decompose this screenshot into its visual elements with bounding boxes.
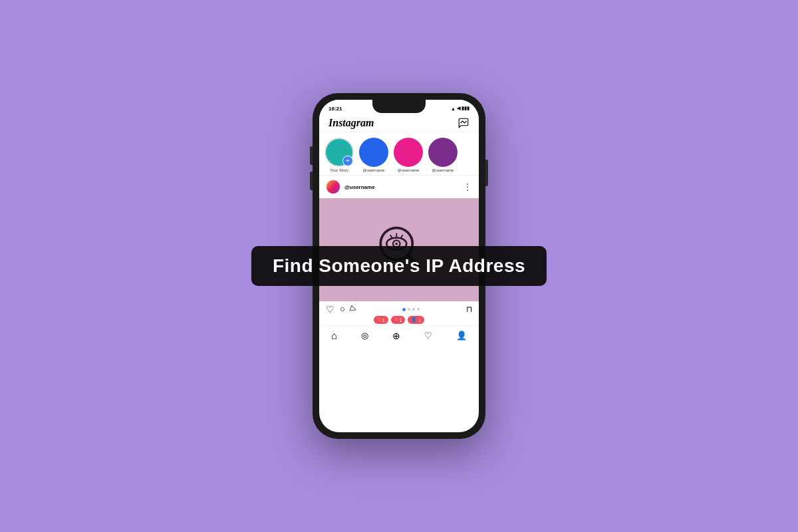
story-circle-user3 xyxy=(428,138,458,167)
status-bar: 18:21 ▲ ◀ ▮▮▮ xyxy=(319,100,479,114)
save-button[interactable]: ⊓ xyxy=(466,305,472,314)
notif-badge-comment: ♡ 1 xyxy=(374,316,388,324)
post-actions-container: ♡ ○ ▷ ⊓ xyxy=(319,301,479,315)
dot-active xyxy=(402,308,406,311)
notif-badge-like: ♡ 1 xyxy=(391,316,406,324)
dot-3 xyxy=(417,308,420,311)
story-label-user1: @username xyxy=(363,168,385,172)
notif-comment-count: 1 xyxy=(382,318,385,323)
notif-follow-count: 1 xyxy=(418,318,421,323)
notif-like-count: 1 xyxy=(400,318,402,323)
nav-home-icon[interactable]: ⌂ xyxy=(331,330,337,341)
stories-row: Your Story @username @username @username xyxy=(319,132,479,176)
notif-badge-follow: 👤 1 xyxy=(408,316,424,324)
post-options-button[interactable]: ⋮ xyxy=(463,182,472,192)
nav-profile-icon[interactable]: 👤 xyxy=(456,331,467,340)
title-banner: Find Someone's IP Address xyxy=(251,246,547,286)
post-avatar xyxy=(326,180,340,194)
volume-up-button xyxy=(310,146,313,165)
story-circle-user2 xyxy=(394,138,423,167)
story-circle-user1 xyxy=(359,138,388,167)
post-username: @username xyxy=(344,184,375,190)
notif-follow-icon: 👤 xyxy=(411,317,417,323)
nav-reels-icon[interactable]: ♡ xyxy=(424,331,432,340)
story-your[interactable]: Your Story xyxy=(325,138,354,172)
dot-1 xyxy=(408,308,410,311)
bottom-nav: ⌂ ◎ ⊕ ♡ 👤 xyxy=(319,325,479,345)
post-actions-row: ♡ ○ ▷ ⊓ xyxy=(326,304,472,315)
instagram-logo: Instagram xyxy=(329,117,374,129)
scene: 18:21 ▲ ◀ ▮▮▮ Instagram xyxy=(313,93,485,439)
signal-icon: ▲ xyxy=(451,106,456,111)
comment-button[interactable]: ○ xyxy=(340,304,345,315)
svg-line-7 xyxy=(401,235,402,237)
wifi-icon: ◀ xyxy=(457,106,460,111)
your-story-circle xyxy=(325,138,354,167)
nav-search-icon[interactable]: ◎ xyxy=(361,331,368,340)
power-button xyxy=(485,160,488,186)
story-user1[interactable]: @username xyxy=(359,138,388,172)
title-text: Find Someone's IP Address xyxy=(273,255,525,276)
volume-down-button xyxy=(310,172,313,190)
story-user2[interactable]: @username xyxy=(394,138,423,172)
notification-row: ♡ 1 ♡ 1 👤 1 xyxy=(319,315,479,325)
svg-line-6 xyxy=(390,235,392,237)
instagram-header: Instagram xyxy=(319,114,479,132)
post-actions-left: ♡ ○ ▷ xyxy=(326,304,356,315)
share-button[interactable]: ▷ xyxy=(348,303,358,315)
battery-icon: ▮▮▮ xyxy=(462,106,469,111)
post-header: @username ⋮ xyxy=(319,176,479,198)
notif-comment-icon: ♡ xyxy=(377,317,381,323)
dot-2 xyxy=(412,308,415,311)
post-dots-row xyxy=(402,308,420,311)
nav-add-icon[interactable]: ⊕ xyxy=(392,331,400,341)
messenger-icon[interactable] xyxy=(458,117,469,129)
story-label-user2: @username xyxy=(398,168,420,172)
status-time: 18:21 xyxy=(329,106,342,112)
post-user-row: @username xyxy=(326,180,375,194)
svg-point-4 xyxy=(395,242,398,245)
like-button[interactable]: ♡ xyxy=(326,304,334,315)
status-icons: ▲ ◀ ▮▮▮ xyxy=(451,106,469,111)
notif-like-icon: ♡ xyxy=(394,317,398,323)
story-label-user3: @username xyxy=(432,168,454,172)
story-user3[interactable]: @username xyxy=(428,138,458,172)
your-story-label: Your Story xyxy=(330,168,348,172)
